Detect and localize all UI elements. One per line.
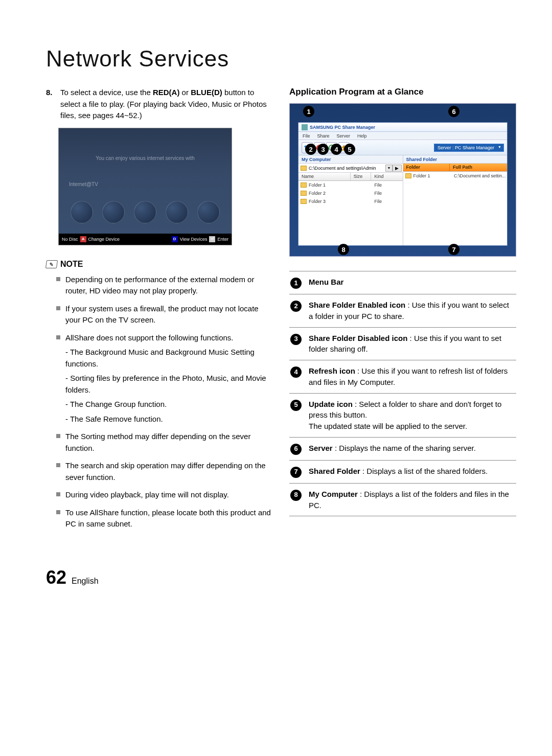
folder-icon (405, 173, 411, 178)
menu-server[interactable]: Server (337, 133, 351, 139)
app-icon (302, 124, 308, 130)
legend-text: Share Folder Disabled icon : Use this if… (309, 333, 515, 355)
note-list: Depending on te performance of the exter… (46, 274, 273, 530)
legend-text: Server : Displays the name of the sharin… (309, 443, 476, 454)
legend-row: 5 Update icon : Select a folder to share… (289, 394, 516, 438)
right-rows: Folder 1C:\Document and settin... (403, 172, 508, 245)
path-dropdown-icon[interactable]: ▾ (385, 165, 393, 172)
cell-kind: File (374, 182, 402, 188)
callout-2: 2 (305, 144, 316, 155)
col-name[interactable]: Name (298, 173, 351, 180)
page-title: Network Services (46, 46, 516, 72)
table-row[interactable]: Folder 1File (298, 181, 403, 189)
app-circle (102, 201, 125, 223)
legend-num-6: 6 (290, 444, 302, 455)
note-subitem: Sorting files by preference in the Photo… (65, 373, 273, 396)
blue-d-icon: D (172, 236, 178, 242)
legend-table: 1 Menu Bar 2 Share Folder Enabled icon :… (289, 271, 516, 516)
col-kind[interactable]: Kind (371, 173, 402, 180)
legend-text: Refresh icon : Use this if you want to r… (309, 365, 515, 388)
legend-bold: Share Folder Disabled icon (309, 334, 407, 342)
legend-text: My Computer : Displays a list of the fol… (309, 489, 515, 511)
note-icon: ✎ (45, 260, 58, 268)
callout-8: 8 (338, 244, 349, 255)
cell-kind: File (374, 199, 402, 204)
page-number: 62 (46, 567, 66, 588)
legend-bold: Server (309, 444, 333, 452)
note-item: The search and skip operation may differ… (56, 460, 273, 483)
left-rows: Folder 1File Folder 2File Folder 3File (298, 181, 403, 245)
cell-folder: Folder 1 (413, 173, 454, 178)
red-a-icon: A (80, 236, 86, 242)
col-size[interactable]: Size (351, 173, 372, 180)
menu-help[interactable]: Help (357, 133, 367, 139)
table-row[interactable]: Folder 2File (298, 189, 403, 197)
cell-path: C:\Document and settin... (454, 173, 507, 178)
table-row[interactable]: Folder 3File (298, 197, 403, 205)
menu-bar[interactable]: File Share Server Help (298, 132, 507, 140)
legend-row: 7 Shared Folder : Displays a list of the… (289, 461, 516, 484)
legend-row: 6 Server : Displays the name of the shar… (289, 438, 516, 461)
step-text-b: or (179, 88, 191, 97)
legend-bold: Refresh icon (309, 366, 355, 375)
callout-5: 5 (344, 144, 355, 155)
path-text: C:\Document and settings\Admin (309, 166, 376, 171)
callout-4: 4 (331, 144, 342, 155)
note-heading: ✎ NOTE (46, 260, 273, 269)
col-fullpath[interactable]: Full Path (450, 164, 507, 171)
note-sublist: The Background Music and Background Musi… (65, 347, 273, 425)
table-row[interactable]: Folder 1C:\Document and settin... (403, 172, 508, 180)
cell-name: Folder 1 (309, 182, 356, 188)
note-item: During video playback, play time will no… (56, 489, 273, 501)
legend-num-5: 5 (290, 400, 302, 411)
menu-share[interactable]: Share (317, 133, 330, 139)
legend-text: Share Folder Enabled icon : Use this if … (309, 300, 515, 322)
thumb-line1: You can enjoy various internet services … (69, 155, 221, 162)
thumb-statusbar: No Disc A Change Device D View Devices ⏎… (59, 234, 232, 245)
legend-row: 2 Share Folder Enabled icon : Use this i… (289, 294, 516, 328)
tv-screenshot: You can enjoy various internet services … (58, 128, 232, 245)
legend-text: Menu Bar (309, 277, 343, 288)
callout-7: 7 (448, 244, 459, 255)
legend-bold: Update icon (309, 400, 353, 408)
note-item: To use AllShare function, please locate … (56, 507, 273, 530)
legend-num-3: 3 (290, 334, 302, 345)
col-folder[interactable]: Folder (403, 164, 450, 171)
note-label: NOTE (60, 260, 83, 269)
enter-icon: ⏎ (209, 236, 215, 242)
thumb-apps (59, 201, 232, 223)
legend-num-4: 4 (290, 366, 302, 378)
step-8: 8. To select a device, use the RED(A) or… (46, 87, 273, 122)
legend-num-8: 8 (290, 490, 302, 501)
path-row[interactable]: C:\Document and settings\Admin ▾ ▶ (298, 164, 403, 173)
window-titlebar: SAMSUNG PC Share Manager (298, 123, 507, 132)
menu-file[interactable]: File (303, 133, 310, 139)
right-column: Application Program at a Glance 1 2 3 4 … (289, 87, 516, 536)
legend-bold: Menu Bar (309, 278, 343, 286)
folder-icon (301, 182, 307, 188)
legend-num-7: 7 (290, 467, 302, 478)
legend-row: 8 My Computer : Displays a list of the f… (289, 484, 516, 517)
legend-row: 4 Refresh icon : Use this if you want to… (289, 360, 516, 394)
app-heading: Application Program at a Glance (289, 87, 516, 97)
bar-change: Change Device (88, 237, 120, 242)
go-button[interactable]: ▶ (393, 165, 402, 172)
footer-lang: English (72, 577, 98, 586)
server-dropdown[interactable]: Server : PC Share Manager (434, 144, 504, 152)
app-circle (134, 201, 156, 223)
window-title: SAMSUNG PC Share Manager (310, 125, 375, 130)
note-subitem: The Change Group function. (65, 399, 273, 410)
note-item: Depending on te performance of the exter… (56, 274, 273, 297)
footer: 62 English (46, 567, 516, 588)
pane-head-left: My Computer (298, 155, 403, 164)
legend-num-1: 1 (290, 278, 302, 289)
pane-head-right: Shared Folder (403, 155, 508, 164)
callout-1: 1 (303, 106, 314, 117)
legend-bold: My Computer (309, 490, 358, 498)
note-item: The Sorting method may differ depending … (56, 431, 273, 454)
legend-num-2: 2 (290, 301, 302, 312)
thumb-label: Internet@TV (69, 181, 98, 187)
folder-icon (301, 191, 307, 196)
folder-icon (301, 166, 307, 171)
step-red: RED(A) (153, 88, 180, 97)
